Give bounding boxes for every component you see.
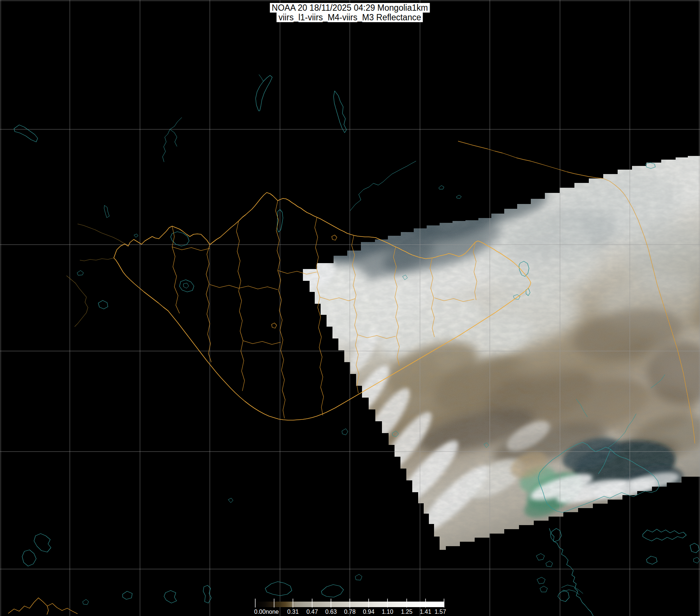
colorbar-label: 0.00none xyxy=(254,609,279,615)
colorbar-label: 1.57 xyxy=(434,609,446,615)
satellite-map-viewport: 0.00none0.310.470.630.780.941.101.251.41… xyxy=(0,0,700,616)
colorbar-label: 0.94 xyxy=(363,609,374,615)
image-title: NOAA 20 18/11/2025 04:29 Mongolia1km vii… xyxy=(270,3,430,22)
colorbar-label: 0.31 xyxy=(287,609,298,615)
colorbar-label: 0.47 xyxy=(306,609,318,615)
title-line-2: viirs_l1-viirs_M4-viirs_M3 Reflectance xyxy=(277,13,423,22)
colorbar-label: 0.63 xyxy=(325,609,337,615)
colorbar-label: 1.10 xyxy=(382,609,393,615)
map-canvas: 0.00none0.310.470.630.780.941.101.251.41… xyxy=(0,0,700,616)
colorbar-label: 1.25 xyxy=(401,609,412,615)
title-line-1: NOAA 20 18/11/2025 04:29 Mongolia1km xyxy=(270,3,430,13)
colorbar-label: 0.78 xyxy=(344,609,355,615)
colorbar-label: 1.41 xyxy=(420,609,431,615)
